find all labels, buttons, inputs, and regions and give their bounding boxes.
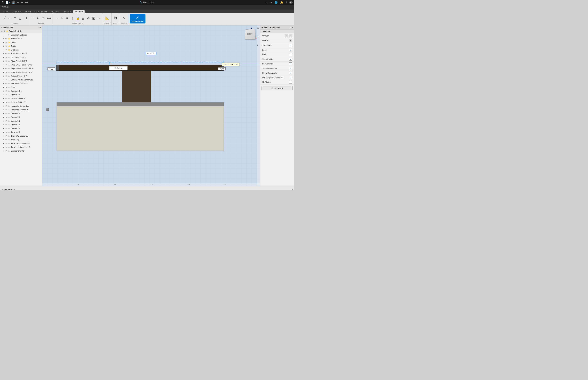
show-projected-checkbox[interactable]: ✓ [289, 76, 292, 79]
palette-expand-icon[interactable]: ◁ [290, 26, 291, 29]
bell-icon[interactable]: 🔔 [280, 1, 284, 4]
browser-item-drawer7[interactable]: ▶ 👁 ▭ Drawer 7:1 [0, 127, 42, 130]
browser-item-drawer6[interactable]: ▶ 👁 ▭ Drawer 6:1 [0, 112, 42, 115]
design-dropdown[interactable]: DESIGN ▾ [1, 6, 11, 8]
browser-item-left-panel[interactable]: ▶ 👁 ▭ Left Panel - 3/4":1 [0, 56, 42, 59]
undo2-icon[interactable]: ↩▾ [24, 1, 29, 4]
show-constraints-checkbox[interactable]: ✓ [289, 72, 292, 74]
parallel-tool[interactable]: ∥ [70, 16, 75, 20]
box-constraint-tool[interactable]: ▣ [91, 16, 96, 20]
browser-item-table-leg[interactable]: ▶ 👁 ▭ Table Leg:1 [0, 138, 42, 142]
linetype-left-btn[interactable]: ‹ [285, 34, 288, 37]
tab-sketch[interactable]: SKETCH [73, 10, 84, 13]
redo-icon[interactable]: ↪ [20, 1, 24, 4]
circle-tool[interactable]: ○ [59, 16, 64, 20]
select-tool[interactable]: ↖ [122, 16, 126, 20]
browser-item-horiz-div2[interactable]: ▶ 👁 ▭ Horizontal Divider 2:1 [0, 104, 42, 108]
browser-item-front-small-panel[interactable]: ▶ 👁 ▭ Front Small Panel - 3/4":1 [0, 63, 42, 67]
browser-item-drawer2[interactable]: ▶ 👁 ▭ Drawer 2:1 [0, 93, 42, 97]
browser-item-vert-div2[interactable]: ▶ 👁 ▭ Vertical Divider 2:1 [0, 97, 42, 100]
navcube-face[interactable]: RIGHT [245, 29, 255, 39]
browser-item-horiz-div3[interactable]: ▶ 👁 ▭ Horizontal Divider 3:1 [0, 108, 42, 112]
browser-item-vert-int-div[interactable]: ▶ 👁 ▭ Vertical Interior Divider 1:1 [0, 78, 42, 82]
finish-sketch-button[interactable]: ✓ FINISH SKETCH [130, 14, 146, 23]
browser-item-right-panel[interactable]: ▶ 👁 ▭ Right Panel - 3/4":1 [0, 59, 42, 63]
browser-item-drawer5[interactable]: ▶ 👁 ▭ Drawer 5:1 [0, 115, 42, 119]
browser-item-sketches[interactable]: ▶ 👁 📁 Sketches [0, 48, 42, 52]
save-icon[interactable]: 💾 [11, 1, 16, 4]
equal-tool[interactable]: = [65, 16, 70, 20]
browser-item-drawer3[interactable]: ▶ 👁 ▭ Drawer 3:1 [0, 119, 42, 123]
fillet-tool[interactable]: ⌒ [30, 16, 35, 20]
tab-utilities[interactable]: UTILITIES [61, 10, 73, 13]
palette-options-header[interactable]: ▾ Options [260, 30, 294, 33]
tab-sheet-metal[interactable]: SHEET METAL [33, 10, 49, 13]
linetype-right-btn[interactable]: › [289, 34, 292, 37]
globe-icon[interactable]: 🌐 [274, 1, 278, 4]
lines-tool[interactable]: ⊣ [23, 16, 28, 20]
browser-collapse-icon[interactable]: ◁ [1, 26, 3, 28]
arc-tool[interactable]: ◠ [13, 16, 17, 20]
sketch-3d-checkbox[interactable] [289, 81, 292, 83]
joints-eye[interactable]: 👁 [5, 45, 8, 47]
tab-solid[interactable]: SOLID [2, 10, 11, 13]
line-tool[interactable]: ╱ [2, 16, 7, 20]
browser-item-front-visible[interactable]: ▶ 👁 ▭ Front Visible Panel 3/4":1 [0, 70, 42, 74]
file-icon[interactable]: 📄▾ [5, 1, 11, 4]
tri-constraint-tool[interactable]: △ [81, 16, 85, 20]
lock-tool[interactable]: 🔒 [75, 16, 80, 20]
browser-item-table-top[interactable]: ▶ 👁 ▭ Table top:1 [0, 130, 42, 134]
trim-tool[interactable]: ✂ [36, 16, 40, 20]
browser-item-component63[interactable]: ▶ 👁 ▭ Component63:1 [0, 149, 42, 153]
browser-item-joints[interactable]: ▶ 👁 📁 Joints [0, 44, 42, 48]
rect-tool[interactable]: ▭ [7, 16, 12, 20]
browser-root-item[interactable]: ▾ 👁 📁 Bench 1 v9 ⚙ [0, 29, 42, 33]
user-avatar[interactable]: MH [289, 1, 293, 4]
add-tab-icon[interactable]: + [270, 1, 273, 4]
tab-plastic[interactable]: PLASTIC [49, 10, 60, 13]
tab-surface[interactable]: SURFACE [11, 10, 23, 13]
slice-checkbox[interactable] [289, 53, 292, 56]
comments-collapse-icon[interactable]: ◁ [1, 189, 3, 190]
offset-tool[interactable]: ⊃ [41, 16, 46, 20]
angle-tool[interactable]: ⌐ [54, 16, 59, 20]
undo-icon[interactable]: ↩ [16, 1, 19, 4]
browser-item-horiz-div1[interactable]: ▶ 👁 ▭ Horizontal Divider 1:1 [0, 82, 42, 85]
comments-expand-icon[interactable]: | [292, 189, 293, 190]
show-dimensions-checkbox[interactable]: ✓ [289, 67, 292, 70]
dimension-label[interactable]: 45.500 in [146, 52, 156, 55]
root-eye-icon[interactable]: 👁 [3, 30, 6, 32]
full-circle-tool[interactable]: ⊙ [86, 16, 91, 20]
back-panel-eye[interactable]: 👁 [5, 53, 8, 55]
browser-item-right-visible[interactable]: ▶ 👁 ▭ Right Visible Panel - 3/4":1 [0, 67, 42, 70]
browser-item-table-wall[interactable]: ▶ 👁 ▭ Table Wall support:1 [0, 134, 42, 138]
root-settings-icon[interactable]: ⚙ [20, 30, 21, 32]
mirror-tool[interactable]: ⟺ [46, 16, 52, 20]
insert-image-tool[interactable]: 🖼 [113, 16, 118, 20]
browser-item-origin[interactable]: ▶ 👁 📁 Origin [0, 40, 42, 44]
triangle-tool[interactable]: △ [18, 16, 23, 20]
wave-tool[interactable]: 〜 [96, 16, 101, 20]
help-icon[interactable]: ? [285, 1, 288, 4]
finish-sketch-palette-button[interactable]: Finish Sketch [262, 86, 293, 90]
tab-mesh[interactable]: MESH [24, 10, 33, 13]
browser-item-vert-div3[interactable]: ▶ 👁 ▭ Vertical Divider 3:1 [0, 100, 42, 104]
browser-item-bottom-piece[interactable]: ▶ 👁 ▭ Bottom Piece - 3/4":1 [0, 74, 42, 78]
snap-checkbox[interactable]: ✓ [289, 49, 292, 51]
show-profile-checkbox[interactable]: ✓ [289, 58, 292, 60]
origin-eye[interactable]: 👁 [5, 41, 8, 43]
browser-item-doc-settings[interactable]: ▶ ⚙ Document Settings [0, 33, 42, 37]
browser-item-table-leg-sup2[interactable]: ▶ 👁 ▭ Table Leg Supports 2:1 [0, 145, 42, 149]
grid-icon[interactable]: ⠿ [1, 1, 4, 4]
lookat-btn[interactable]: ⊞ [289, 39, 292, 42]
sketch-grid-checkbox[interactable]: ✓ [289, 44, 292, 47]
named-views-eye[interactable]: 👁 [5, 38, 8, 40]
sketches-eye[interactable]: 👁 [5, 49, 8, 51]
show-points-checkbox[interactable]: ✓ [289, 62, 292, 65]
browser-item-named-views[interactable]: ▶ 👁 📁 Named Views [0, 37, 42, 40]
measure-tool[interactable]: 📐 [105, 16, 110, 20]
browser-item-back-panel[interactable]: ▶ 👁 ▭ Back Panel - 3/4":1 [0, 52, 42, 56]
close-icon[interactable]: × [266, 1, 268, 4]
browser-item-table-leg-sup1[interactable]: ▶ 👁 ▭ Table Leg supports 1:1 [0, 142, 42, 145]
browser-item-drawer1[interactable]: ▶ 👁 ▭ Drawer 1:1 ● [0, 89, 42, 93]
